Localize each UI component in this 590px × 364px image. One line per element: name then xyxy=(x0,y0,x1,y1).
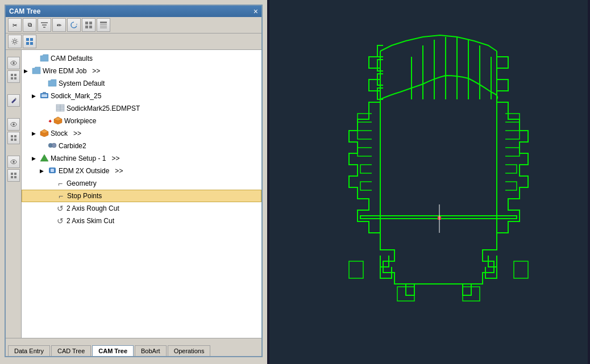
tree-label-edmpst: SodickMark25.EDMPST xyxy=(67,104,140,112)
grid-side-button-2[interactable] xyxy=(7,132,20,144)
folder-icon-system-default xyxy=(48,79,57,88)
side-buttons xyxy=(6,50,22,338)
tree-label-rough-cut: 2 Axis Rough Cut xyxy=(67,204,119,212)
tree-item-stop-points[interactable]: ⌐ Stop Points xyxy=(22,190,261,202)
eye-button-3[interactable] xyxy=(7,156,20,168)
svg-rect-22 xyxy=(14,77,16,80)
settings-button[interactable] xyxy=(8,35,22,48)
tree-item-skim-cut[interactable]: ↺ 2 Axis Skim Cut xyxy=(22,215,261,227)
tree-item-workpiece[interactable]: ✦ Workpiece xyxy=(22,115,261,127)
tree-label-skim-cut: 2 Axis Skim Cut xyxy=(67,217,114,225)
svg-point-24 xyxy=(13,123,15,125)
grid-side-button-3[interactable] xyxy=(7,169,20,182)
material-icon-carbide2 xyxy=(48,141,57,150)
scissors-button[interactable]: ✂ xyxy=(8,18,22,32)
svg-rect-1 xyxy=(42,24,47,26)
window-titlebar: CAM Tree × xyxy=(6,6,261,17)
svg-rect-14 xyxy=(30,38,33,41)
tree-item-edmpst[interactable]: SodickMark25.EDMPST xyxy=(22,102,261,115)
filter-button[interactable] xyxy=(38,18,51,32)
svg-rect-33 xyxy=(11,176,13,178)
pencil-side-button[interactable] xyxy=(7,94,20,107)
tree-item-carbide2[interactable]: Carbide2 xyxy=(22,140,261,152)
tree-label-edm-2x: EDM 2X Outside >> xyxy=(59,167,123,175)
svg-rect-11 xyxy=(100,27,107,28)
machine-icon-sodick xyxy=(40,91,49,101)
svg-rect-28 xyxy=(14,139,16,141)
tree-item-rough-cut[interactable]: ↺ 2 Axis Rough Cut xyxy=(22,202,261,215)
setup-icon xyxy=(40,154,49,163)
tree-arrow-machine-setup: ▶ xyxy=(32,156,40,161)
tree-label-machine-setup: Machine Setup - 1 >> xyxy=(51,154,119,162)
svg-rect-4 xyxy=(85,22,88,24)
tree-item-wire-edm-job[interactable]: ▶ Wire EDM Job >> xyxy=(22,65,261,77)
tree-label-sodick: Sodick_Mark_25 xyxy=(51,92,101,100)
svg-point-30 xyxy=(13,161,15,163)
svg-rect-37 xyxy=(43,92,46,94)
tree-label-workpiece: Workpiece xyxy=(64,117,96,125)
tab-cam-tree[interactable]: CAM Tree xyxy=(92,345,134,356)
svg-rect-25 xyxy=(11,135,13,137)
tree-arrow-wire-edm-job: ▶ xyxy=(24,68,32,74)
svg-rect-9 xyxy=(100,24,107,25)
svg-rect-36 xyxy=(41,94,47,97)
svg-rect-2 xyxy=(43,27,45,28)
table-button[interactable] xyxy=(97,18,110,32)
svg-rect-50 xyxy=(51,169,54,172)
main-toolbar: ✂ ⧉ ✏ xyxy=(6,17,261,34)
left-panel: CAM Tree × ✂ ⧉ ✏ xyxy=(0,0,267,364)
table-icon-edmpst xyxy=(56,104,65,113)
tab-operations[interactable]: Operations xyxy=(168,345,211,356)
tree-item-edm-2x-outside[interactable]: ▶ EDM 2X Outside >> xyxy=(22,165,261,177)
svg-rect-16 xyxy=(30,42,33,45)
svg-rect-21 xyxy=(11,77,13,80)
folder-icon-cam-defaults xyxy=(40,54,49,63)
svg-rect-34 xyxy=(14,176,16,178)
stop-points-icon: ⌐ xyxy=(56,191,65,200)
tree-item-cam-defaults[interactable]: CAM Defaults xyxy=(22,52,261,65)
tree-label-cam-defaults: CAM Defaults xyxy=(51,55,93,62)
svg-point-18 xyxy=(13,62,15,64)
eye-button-2[interactable] xyxy=(7,118,20,131)
pencil-button[interactable]: ✏ xyxy=(52,18,66,32)
cam-tree-window: CAM Tree × ✂ ⧉ ✏ xyxy=(5,5,263,357)
svg-rect-0 xyxy=(41,22,48,23)
svg-rect-8 xyxy=(100,22,107,23)
box-icon-workpiece xyxy=(53,116,63,125)
svg-rect-19 xyxy=(11,74,13,76)
tree-label-stop-points: Stop Points xyxy=(67,192,102,200)
tree-item-geometry[interactable]: ⌐ Geometry xyxy=(22,177,261,190)
svg-marker-3 xyxy=(76,24,77,25)
tab-data-entry[interactable]: Data Entry xyxy=(8,345,50,356)
tree-arrow-edm-2x: ▶ xyxy=(40,168,48,174)
svg-rect-6 xyxy=(85,26,88,28)
folder-icon-wire-edm-job xyxy=(32,66,41,76)
tree-arrow-sodick: ▶ xyxy=(32,93,40,99)
svg-point-12 xyxy=(14,40,16,43)
refresh-button[interactable] xyxy=(67,18,81,32)
svg-rect-13 xyxy=(26,38,29,41)
svg-rect-26 xyxy=(14,135,16,137)
svg-rect-5 xyxy=(89,22,92,24)
tree-item-system-default[interactable]: System Default xyxy=(22,77,261,90)
tab-cad-tree[interactable]: CAD Tree xyxy=(51,345,91,356)
svg-rect-20 xyxy=(14,74,16,76)
tree-label-wire-edm-job: Wire EDM Job >> xyxy=(43,67,100,75)
tree-item-stock[interactable]: ▶ Stock >> xyxy=(22,127,261,140)
cad-canvas[interactable] xyxy=(267,0,590,364)
tab-bobart[interactable]: BobArt xyxy=(135,345,167,356)
eye-button-1[interactable] xyxy=(7,57,20,69)
tree-item-machine-setup[interactable]: ▶ Machine Setup - 1 >> xyxy=(22,152,261,165)
window-close-button[interactable]: × xyxy=(254,7,258,15)
grid-side-button-1[interactable] xyxy=(7,70,20,83)
tree-item-sodick-mark-25[interactable]: ▶ Sodick_Mark_25 xyxy=(22,90,261,102)
grid2-button[interactable] xyxy=(23,35,36,48)
copy-button[interactable]: ⧉ xyxy=(23,18,36,32)
grid-button[interactable] xyxy=(82,18,95,32)
geometry-icon: ⌐ xyxy=(56,179,65,188)
window-title: CAM Tree xyxy=(9,7,40,15)
svg-rect-31 xyxy=(11,173,13,175)
svg-rect-32 xyxy=(14,173,16,175)
svg-rect-51 xyxy=(269,0,588,364)
red-star-icon: ✦ xyxy=(48,118,52,124)
